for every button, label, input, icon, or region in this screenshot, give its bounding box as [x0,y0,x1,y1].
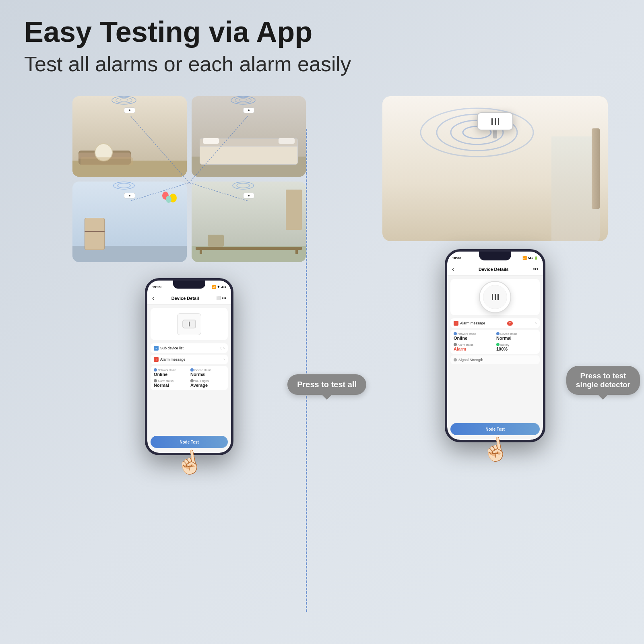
ceiling-det-body [477,112,513,130]
left-alarm-status-label: Alarm status [154,379,188,382]
right-nav-bar: ‹ Device Details ••• [447,263,543,276]
left-signal: 📶 ✦ 4G [212,285,226,289]
left-wifi-label: Wi-Fi signal [190,379,225,382]
right-alarm-row[interactable]: ! Alarm message 7 › [450,318,540,328]
left-device-image [151,308,228,340]
room-living-scene [72,96,187,177]
living-bg [72,96,187,177]
room-bedroom [192,96,306,177]
right-test-button[interactable]: Node Test [450,423,540,435]
right-nav-menu[interactable]: ••• [533,266,538,272]
bedroom-bg [192,96,306,177]
right-network-value: Online [454,336,494,341]
left-phone-wrapper: 19:29 📶 ✦ 4G ‹ Device Detail ⬜ ••• [145,278,233,475]
left-sub-device-left: ≡ Sub device list [154,346,184,351]
right-alarm-status: Alarm status Alarm [454,343,494,351]
left-phone[interactable]: 19:29 📶 ✦ 4G ‹ Device Detail ⬜ ••• [145,278,233,455]
ceiling-det-lines [491,118,499,125]
ceiling-detector-assembly [477,112,513,138]
left-sub-device-value: 3 › [220,346,225,350]
left-section: 19:29 📶 ✦ 4G ‹ Device Detail ⬜ ••• [24,96,354,475]
room-office-scene [192,182,306,262]
left-bubble-tail [322,395,332,400]
right-phone-content: ! Alarm message 7 › [447,276,543,440]
left-device-value: Normal [190,372,225,377]
device-svg-left [181,317,197,331]
left-wifi-status: Wi-Fi signal Average [190,379,225,388]
room-kids [72,182,187,262]
kids-bg [72,182,187,262]
right-alarm-label: Alarm message [460,321,485,325]
right-time: 10:33 [452,256,461,260]
room-office [192,182,306,262]
right-network-label: Network status [454,332,494,335]
right-screen: 10:33 📶 5G 🔋 ‹ Device Details ••• [447,252,543,440]
sub-device-icon: ≡ [154,346,159,351]
left-sub-device-label: Sub device list [160,346,184,350]
alarm-icon-left: ! [154,357,159,362]
left-alarm-status: Alarm status Normal [154,379,188,388]
right-alarm-arrow: › [535,321,537,325]
room-grid-wrapper [72,96,306,270]
main-title: Easy Testing via App [24,16,620,48]
left-sub-device-row[interactable]: ≡ Sub device list 3 › [151,343,228,353]
right-signal-row[interactable]: Signal Strength [450,355,540,364]
right-notch [479,252,511,260]
left-nav-title: Device Detail [154,296,216,301]
right-signal-label: Signal Strength [458,358,483,362]
left-bubble-text: Press to test all [297,380,357,389]
left-device-label: Device status [190,368,225,372]
right-signal-left: Signal Strength [454,358,483,362]
right-network-status: Network status Online [454,332,494,341]
left-test-button[interactable]: Node Test [151,436,228,448]
left-alarm-row[interactable]: ! Alarm message › [151,355,228,364]
page-container: Easy Testing via App Test all alarms or … [0,0,644,644]
right-bubble-tail [598,395,608,400]
left-network-label: Network status [154,368,188,372]
right-device-inner [483,285,507,309]
room-living [72,96,187,177]
round-det-lines [492,294,499,300]
left-alarm-label: Alarm message [160,357,186,361]
left-nav-icons[interactable]: ⬜ ••• [216,296,226,300]
curtain [592,128,600,209]
right-nav-title: Device Details [454,267,533,272]
right-device-value: Normal [496,336,537,341]
ceiling-photo [382,96,608,241]
office-bg [192,182,306,262]
right-hand: ☝🏻 [479,434,511,465]
sub-title: Test all alarms or each alarm easily [24,52,620,76]
right-battery-value: 100% [496,347,537,351]
right-device-status: Device status Normal [496,332,537,341]
alarm-icon-right: ! [454,321,458,326]
left-phone-screen: 19:29 📶 ✦ 4G ‹ Device Detail ⬜ ••• [147,281,231,453]
ceiling-pulse-svg [417,100,537,165]
left-network-value: Online [154,372,188,377]
right-device-label: Device status [496,332,537,335]
right-bubble-line1: Press to test [576,372,630,380]
left-wifi-value: Average [190,383,225,388]
left-nav-bar: ‹ Device Detail ⬜ ••• [147,292,231,305]
left-phone-notch [173,281,205,289]
left-bubble: Press to test all [287,374,366,395]
left-device-box [177,313,201,335]
right-section: 10:33 📶 5G 🔋 ‹ Device Details ••• [370,96,620,475]
room-bedroom-scene [192,96,306,177]
right-device-image [450,279,540,315]
right-battery-label: Battery [496,343,537,346]
right-bubble-line2: single detector [576,380,630,389]
left-time: 19:29 [152,285,161,289]
left-alarm-left: ! Alarm message [154,357,186,362]
left-network-status: Network status Online [154,368,188,377]
right-signal: 📶 5G 🔋 [522,256,538,260]
left-alarm-status-value: Normal [154,383,188,388]
right-battery-status: Battery 100% [496,343,537,351]
left-status-grid: Network status Online Device status [151,366,228,390]
right-status-grid: Network status Online Device status [450,330,540,354]
left-phone-content: ≡ Sub device list 3 › ! Alarm message [147,305,231,453]
right-phone-wrapper: 10:33 📶 5G 🔋 ‹ Device Details ••• [445,249,545,462]
right-device-round [479,281,511,313]
right-phone[interactable]: 10:33 📶 5G 🔋 ‹ Device Details ••• [445,249,545,442]
left-device-status: Device status Normal [190,368,225,377]
left-hand: ☝🏻 [173,447,205,478]
